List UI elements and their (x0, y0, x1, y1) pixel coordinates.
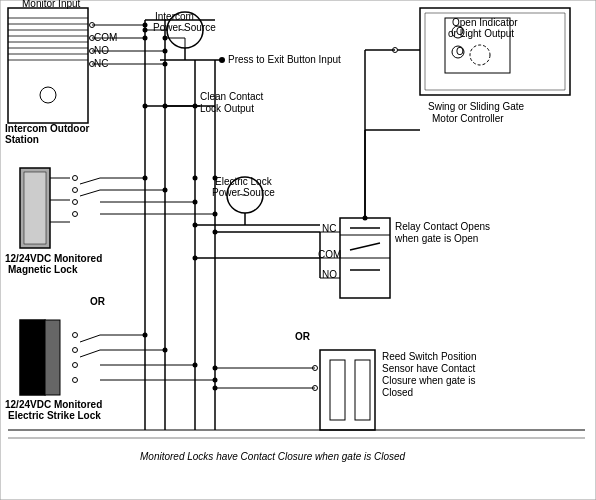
svg-text:Sensor have Contact: Sensor have Contact (382, 363, 476, 374)
svg-point-77 (363, 216, 368, 221)
svg-text:Electric Strike Lock: Electric Strike Lock (8, 410, 101, 421)
wiring-diagram: Monitor Input COM NO NC Intercom Outdoor… (0, 0, 596, 500)
svg-point-96 (213, 212, 218, 217)
svg-rect-117 (355, 360, 370, 420)
magnetic-lock-label: 12/24VDC Monitored (5, 253, 102, 264)
svg-rect-1 (8, 8, 88, 123)
svg-point-110 (143, 333, 148, 338)
svg-rect-98 (20, 320, 45, 395)
svg-point-95 (193, 200, 198, 205)
svg-point-128 (143, 28, 148, 33)
svg-point-34 (143, 23, 148, 28)
svg-point-102 (73, 363, 78, 368)
svg-rect-99 (45, 320, 60, 395)
or2-label: OR (295, 331, 311, 342)
svg-point-101 (73, 348, 78, 353)
svg-point-85 (73, 200, 78, 205)
svg-text:Magnetic Lock: Magnetic Lock (8, 264, 78, 275)
svg-text:Closure when gate is: Closure when gate is (382, 375, 475, 386)
svg-point-71 (213, 230, 218, 235)
svg-point-47 (193, 223, 198, 228)
or1-label: OR (90, 296, 106, 307)
svg-point-35 (143, 36, 148, 41)
swing-gate-label: Swing or Sliding Gate (428, 101, 525, 112)
svg-point-84 (73, 188, 78, 193)
svg-text:or Light Output: or Light Output (448, 28, 514, 39)
svg-point-123 (213, 386, 218, 391)
electric-lock-label: Electric Lock (215, 176, 273, 187)
svg-point-83 (73, 176, 78, 181)
relay-contact-label: Relay Contact Opens (395, 221, 490, 232)
svg-rect-79 (24, 172, 46, 244)
svg-point-138 (213, 176, 218, 181)
svg-point-94 (163, 188, 168, 193)
svg-point-25 (219, 57, 225, 63)
svg-text:Power Source: Power Source (212, 187, 275, 198)
svg-point-53 (470, 45, 490, 65)
svg-point-112 (193, 363, 198, 368)
svg-point-131 (163, 36, 168, 41)
svg-point-111 (163, 348, 168, 353)
clean-contact-label: Clean Contact (200, 91, 264, 102)
reed-switch-label: Reed Switch Position (382, 351, 477, 362)
svg-point-36 (163, 49, 168, 54)
svg-point-100 (73, 333, 78, 338)
svg-point-113 (213, 378, 218, 383)
intercom-outdoor-label: Intercom Outdoor (5, 123, 90, 134)
monitor-input-label: Monitor Input (22, 0, 81, 9)
svg-point-86 (73, 212, 78, 217)
svg-point-93 (143, 176, 148, 181)
svg-text:Station: Station (5, 134, 39, 145)
svg-point-137 (193, 176, 198, 181)
svg-text:O: O (456, 46, 464, 57)
electric-strike-label: 12/24VDC Monitored (5, 399, 102, 410)
svg-text:Lock Output: Lock Output (200, 103, 254, 114)
monitored-locks-label: Monitored Locks have Contact Closure whe… (140, 451, 406, 462)
svg-text:when gate is Open: when gate is Open (394, 233, 478, 244)
svg-text:Closed: Closed (382, 387, 413, 398)
svg-text:Power Source: Power Source (153, 22, 216, 33)
svg-point-17 (40, 87, 56, 103)
svg-point-122 (213, 366, 218, 371)
svg-point-103 (73, 378, 78, 383)
svg-rect-116 (330, 360, 345, 420)
press-to-exit-label: Press to Exit Button Input (228, 54, 341, 65)
svg-text:Motor Controller: Motor Controller (432, 113, 504, 124)
svg-point-37 (163, 62, 168, 67)
svg-point-72 (193, 256, 198, 261)
open-indicator-label: Open Indicator (452, 17, 518, 28)
